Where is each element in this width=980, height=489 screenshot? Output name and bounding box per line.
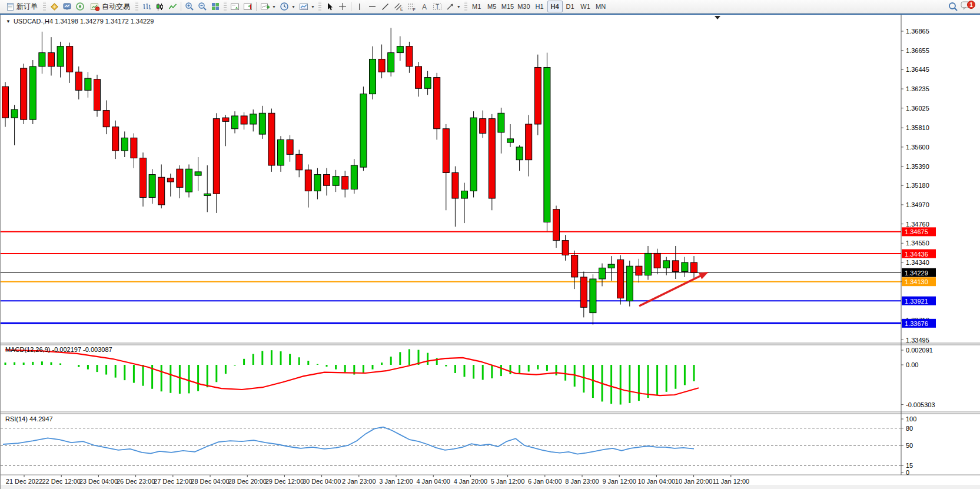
candle-body — [443, 129, 449, 173]
auto-scroll-button[interactable] — [228, 1, 241, 12]
candle-body — [599, 268, 606, 279]
svg-text:1.34970: 1.34970 — [906, 201, 929, 208]
toolbar-separator — [256, 2, 257, 11]
candle — [544, 53, 550, 232]
signals-icon — [75, 2, 85, 11]
candle-body — [682, 262, 688, 272]
community-button[interactable] — [61, 1, 74, 12]
chevron-down-icon: ▼ — [457, 5, 461, 9]
candle-body — [416, 66, 422, 88]
candle-body — [480, 119, 486, 134]
channel-button[interactable]: E — [392, 1, 405, 12]
line-chart-icon — [168, 2, 177, 11]
candle-body — [544, 67, 550, 222]
price-badge: 1.34229 — [902, 268, 936, 277]
toolbar-separator — [351, 2, 351, 11]
svg-text:10 Jan 20:00: 10 Jan 20:00 — [675, 478, 713, 485]
candle-body — [654, 253, 660, 268]
fibonacci-button[interactable]: F — [405, 1, 418, 12]
svg-text:27 Dec 12:00: 27 Dec 12:00 — [154, 478, 192, 485]
candle-body — [626, 266, 633, 301]
timeframe-m30-button[interactable]: M30 — [516, 1, 531, 12]
arrow-object-icon — [446, 2, 454, 11]
timeframe-m5-button[interactable]: M5 — [484, 1, 500, 12]
trendline-button[interactable] — [379, 1, 392, 12]
market-button[interactable] — [48, 1, 61, 12]
vertical-line-icon — [356, 2, 363, 11]
svg-text:1.36025: 1.36025 — [906, 105, 929, 112]
chart-canvas[interactable]: 1.368651.366551.364451.362351.360251.358… — [1, 15, 980, 489]
svg-text:1.36445: 1.36445 — [906, 66, 929, 73]
candle-body — [388, 53, 394, 72]
candle-body — [75, 72, 82, 90]
timeframe-h4-button[interactable]: H4 — [547, 1, 563, 12]
horizontal-line-button[interactable] — [366, 1, 379, 12]
tile-windows-button[interactable] — [209, 1, 222, 12]
zoom-in-icon — [185, 2, 194, 11]
search-icon — [948, 1, 958, 12]
arrows-button[interactable]: ▼ — [444, 1, 463, 12]
candle-body — [158, 177, 165, 205]
svg-text:28 Dec 20:00: 28 Dec 20:00 — [228, 478, 266, 485]
zoom-out-button[interactable] — [196, 1, 209, 12]
text-button[interactable]: A — [418, 1, 431, 12]
signals-button[interactable] — [74, 1, 87, 12]
svg-text:21 Dec 2022: 21 Dec 2022 — [6, 478, 42, 485]
bar-chart-button[interactable] — [140, 1, 153, 12]
zoom-in-button[interactable] — [183, 1, 196, 12]
chart-menu-triangle-icon[interactable]: ▼ — [6, 19, 11, 24]
svg-text:8 Jan 23:00: 8 Jan 23:00 — [565, 478, 599, 485]
candle-body — [232, 116, 238, 129]
price-badge: 1.34130 — [902, 277, 936, 286]
candle-body — [167, 178, 174, 182]
candle-body — [590, 279, 596, 313]
toolbar-grip — [318, 2, 321, 11]
timeframe-m15-button[interactable]: M15 — [500, 1, 516, 12]
svg-text:26 Dec 23:00: 26 Dec 23:00 — [117, 478, 155, 485]
chart-shift-button[interactable] — [241, 1, 254, 12]
candle-body — [489, 119, 495, 198]
cursor-icon — [325, 2, 334, 11]
line-chart-button[interactable] — [166, 1, 179, 12]
candle-body — [370, 59, 376, 94]
crosshair-button[interactable] — [336, 1, 349, 12]
auto-scroll-icon — [230, 2, 240, 11]
candle — [21, 64, 27, 124]
toolbar-grip — [135, 2, 138, 11]
new-chart-button[interactable]: ▼ — [258, 1, 278, 12]
equidistant-channel-icon: E — [394, 2, 403, 11]
vertical-line-button[interactable] — [353, 1, 366, 12]
notifications-button[interactable]: 1 — [960, 0, 972, 13]
text-label-icon: T — [433, 2, 442, 11]
new-order-button[interactable]: 新订单 — [2, 1, 41, 12]
candle-body — [351, 165, 357, 189]
candle-body — [333, 177, 339, 186]
candle-body — [29, 66, 36, 119]
timeframe-h1-button[interactable]: H1 — [532, 1, 547, 12]
svg-text:30 Dec 04:00: 30 Dec 04:00 — [303, 478, 341, 485]
candle-body — [204, 194, 211, 195]
horizontal-line-icon — [368, 2, 377, 11]
candle-body — [186, 169, 192, 192]
candle — [360, 87, 367, 171]
svg-text:1.36865: 1.36865 — [906, 28, 929, 35]
timeframe-mn-button[interactable]: MN — [593, 1, 609, 12]
text-label-button[interactable]: T — [431, 1, 444, 12]
cursor-button[interactable] — [323, 1, 336, 12]
timeframe-m1-button[interactable]: M1 — [469, 1, 484, 12]
candle-body — [580, 277, 587, 307]
timeframe-d1-button[interactable]: D1 — [563, 1, 578, 12]
candle-body — [67, 46, 73, 72]
search-button[interactable] — [946, 1, 960, 12]
templates-button[interactable]: ▼ — [297, 1, 317, 12]
timeframe-w1-button[interactable]: W1 — [578, 1, 593, 12]
candlestick-button[interactable] — [153, 1, 166, 12]
candle — [268, 109, 275, 172]
svg-text:1.33495: 1.33495 — [906, 337, 929, 344]
period-button[interactable]: ▼ — [278, 1, 297, 12]
template-icon — [299, 2, 308, 11]
auto-trading-button[interactable]: 自动交易 — [87, 1, 134, 12]
candle-body — [39, 53, 45, 66]
svg-text:50: 50 — [906, 442, 913, 449]
candle-body — [645, 253, 652, 275]
